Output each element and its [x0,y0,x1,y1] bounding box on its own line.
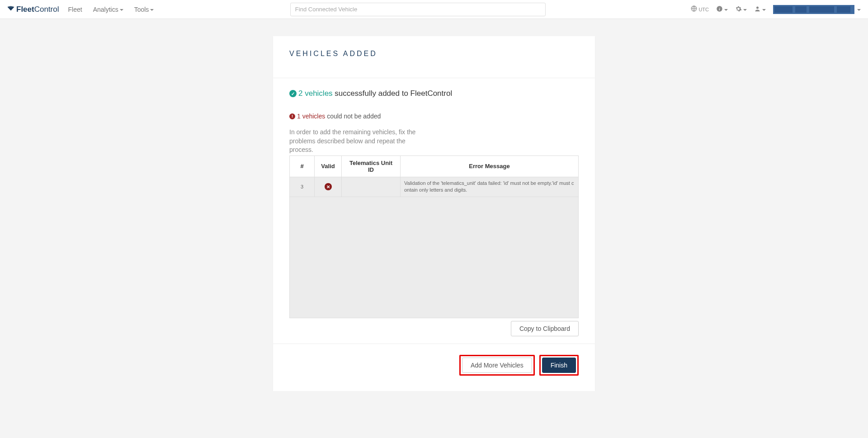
th-number: # [290,155,315,177]
th-error-message: Error Message [401,155,579,177]
brand-logo[interactable]: FleetControl [7,5,59,14]
svg-point-3 [756,6,759,9]
th-telematics-id: Telematics Unit ID [342,155,401,177]
brand-shield-icon [7,6,14,13]
copy-to-clipboard-button[interactable]: Copy to Clipboard [511,321,579,336]
invalid-x-icon: ✕ [325,183,332,190]
table-empty-area [289,197,579,318]
search-input[interactable] [290,3,546,16]
info-icon: i [716,5,723,14]
timezone-selector[interactable]: UTC [691,5,709,13]
header-right-controls: UTC i [691,5,861,14]
error-table: # Valid Telematics Unit ID Error Message… [289,155,579,197]
add-more-vehicles-button[interactable]: Add More Vehicles [462,358,532,373]
chevron-down-icon [724,9,728,11]
user-icon [754,5,761,14]
nav-analytics[interactable]: Analytics [93,6,123,13]
chevron-down-icon [150,9,154,11]
account-menu[interactable] [773,5,861,14]
account-label-redacted [773,5,854,14]
cell-telematics-id [342,177,401,197]
user-menu[interactable] [754,5,766,14]
finish-button[interactable]: Finish [542,358,576,373]
highlight-add-more: Add More Vehicles [459,355,535,376]
cell-error-message: Validation of the 'telematics_unit' data… [401,177,579,197]
vehicles-added-card: VEHICLES ADDED ✓ 2 vehicles successfully… [273,36,595,391]
globe-icon [691,5,697,13]
success-message: ✓ 2 vehicles successfully added to Fleet… [289,89,579,98]
instruction-text: In order to add the remaining vehicles, … [289,128,425,155]
info-menu[interactable]: i [716,5,728,14]
chevron-down-icon [857,9,861,11]
alert-circle-icon: ! [289,113,295,119]
nav-fleet[interactable]: Fleet [68,6,82,13]
failure-message: ! 1 vehicles could not be added [289,113,579,120]
chevron-down-icon [743,9,747,11]
table-row: 3 ✕ Validation of the 'telematics_unit' … [290,177,579,197]
highlight-finish: Finish [539,355,579,376]
check-circle-icon: ✓ [289,90,297,97]
main-nav: Fleet Analytics Tools [68,6,154,13]
cell-valid: ✕ [315,177,342,197]
th-valid: Valid [315,155,342,177]
page-title: VEHICLES ADDED [289,50,579,58]
settings-menu[interactable] [735,5,747,14]
chevron-down-icon [120,9,123,11]
chevron-down-icon [762,9,766,11]
gear-icon [735,5,742,14]
topbar: FleetControl Fleet Analytics Tools UTC i [0,0,868,19]
cell-number: 3 [290,177,315,197]
nav-tools[interactable]: Tools [134,6,154,13]
